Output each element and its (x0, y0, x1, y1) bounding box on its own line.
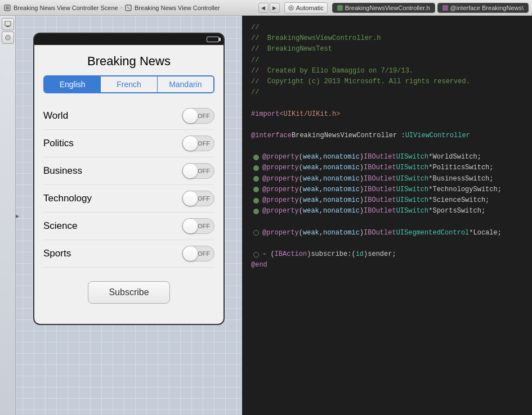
toggle-politics: Politics OFF (43, 130, 214, 157)
sidebar-item-1[interactable] (2, 18, 14, 30)
code-editor[interactable]: // // BreakingNewsViewController.h // Br… (242, 16, 532, 415)
code-text: @interface (251, 130, 292, 141)
switch-science[interactable]: OFF (182, 218, 214, 234)
code-text: id (356, 249, 364, 260)
gutter-dot-1 (253, 155, 259, 160)
breadcrumb-sep-1: › (120, 4, 122, 11)
code-text: ) (360, 184, 364, 195)
c-file-icon (442, 5, 448, 11)
switch-world[interactable]: OFF (182, 108, 214, 124)
code-text: @property (262, 152, 299, 163)
code-text: ( (299, 174, 303, 184)
label-world: World (43, 110, 68, 121)
code-text: UISwitch (396, 163, 429, 173)
breadcrumb-controller[interactable]: Breaking News View Controller (135, 4, 220, 11)
switch-technology[interactable]: OFF (182, 191, 214, 206)
code-text: ( (299, 228, 303, 238)
code-text: , (319, 195, 323, 206)
toggle-list: World OFF Politics OFF (34, 102, 223, 268)
editor-tab-bar: BreakingNewsViewController.h @interface … (332, 3, 529, 13)
code-text: IBOutlet (364, 206, 396, 216)
toolbar-right: ◀ ▶ Automatic BreakingNewsViewController… (258, 2, 529, 13)
code-line-20: @property ( weak , nonatomic ) IBOutlet … (251, 228, 523, 238)
code-text: nonatomic (323, 163, 360, 173)
tab-c[interactable]: @interface BreakingNews\ (437, 3, 529, 13)
code-text: ( (299, 163, 303, 173)
main-area: Breaking News English French Mandarin Wo… (0, 16, 532, 415)
switch-politics[interactable]: OFF (182, 136, 214, 151)
right-panel: // // BreakingNewsViewController.h // Br… (242, 16, 532, 415)
svg-line-3 (127, 7, 129, 9)
subscribe-area: Subscribe (34, 268, 223, 313)
gutter-dot-5 (253, 198, 259, 204)
code-text: *SportsSwitch; (428, 206, 485, 216)
code-text: ) (360, 152, 364, 163)
code-text: UISwitch (396, 184, 429, 195)
segmented-control[interactable]: English French Mandarin (43, 75, 214, 93)
phone-mockup: Breaking News English French Mandarin Wo… (33, 33, 225, 325)
code-line-23: @end (251, 260, 523, 270)
code-text: *Locale; (469, 228, 502, 238)
code-text: )sender; (364, 249, 396, 260)
code-text: - ( (262, 249, 275, 260)
switch-sports[interactable]: OFF (182, 246, 214, 261)
scheme-label: Automatic (296, 4, 324, 11)
code-text: BreakingNewsViewController : (292, 130, 405, 141)
switch-off-sports: OFF (198, 250, 210, 257)
switch-off-technology: OFF (198, 195, 210, 202)
switch-knob-technology (183, 191, 198, 206)
code-line-2: // BreakingNewsViewController.h (251, 33, 523, 44)
code-text: nonatomic (323, 195, 360, 206)
breadcrumb: Breaking News View Controller Scene › Br… (14, 4, 220, 12)
code-text: nonatomic (323, 152, 360, 163)
switch-off-business: OFF (198, 168, 210, 174)
code-text: , (319, 152, 323, 163)
toggle-science: Science OFF (43, 213, 214, 240)
gutter-dot-6 (253, 209, 259, 214)
code-line-10 (251, 120, 523, 130)
switch-business[interactable]: OFF (182, 163, 214, 179)
sidebar-item-2[interactable] (2, 31, 14, 44)
code-text: // Copyright (c) 2013 Microsoft. All rig… (251, 76, 470, 87)
code-text: @property (262, 184, 299, 195)
label-politics: Politics (43, 138, 74, 149)
code-text: weak (303, 152, 319, 163)
code-text: IBOutlet (364, 174, 396, 184)
code-line-12 (251, 141, 523, 152)
label-science: Science (43, 220, 77, 232)
code-text: // (251, 22, 259, 33)
seg-english[interactable]: English (44, 76, 101, 92)
battery-icon (207, 37, 219, 42)
code-text: IBAction (275, 249, 307, 260)
code-text: weak (303, 206, 319, 216)
code-text: IBOutlet (364, 195, 396, 206)
scheme-selector[interactable]: Automatic (284, 2, 328, 13)
status-bar (34, 34, 223, 45)
code-line-21 (251, 238, 523, 249)
breadcrumb-scene[interactable]: Breaking News View Controller Scene (14, 4, 118, 11)
code-text: , (319, 228, 323, 238)
gutter-dot-2 (253, 165, 259, 171)
code-text: // (251, 87, 259, 98)
code-text: ( (299, 206, 303, 216)
code-line-5: // Created by Elio Damaggio on 7/19/13. (251, 66, 523, 76)
code-text: , (319, 163, 323, 173)
seg-french[interactable]: French (101, 76, 157, 92)
code-line-14: @property ( weak , nonatomic ) IBOutlet … (251, 163, 523, 173)
left-panel: Breaking News English French Mandarin Wo… (0, 16, 242, 415)
toggle-technology: Technology OFF (43, 185, 214, 213)
switch-off-politics: OFF (198, 140, 210, 147)
code-text: ) (360, 163, 364, 173)
code-text: nonatomic (323, 174, 360, 184)
gutter-dot-8 (253, 252, 259, 258)
code-line-3: // BreakingNewsTest (251, 44, 523, 55)
subscribe-button[interactable]: Subscribe (88, 281, 169, 304)
code-text: *ScienceSwitch; (428, 195, 489, 206)
left-sidebar (0, 16, 16, 415)
tab-h[interactable]: BreakingNewsViewController.h (332, 3, 435, 13)
nav-forward-btn[interactable]: ▶ (270, 3, 280, 13)
nav-back-btn[interactable]: ◀ (258, 3, 269, 13)
nav-buttons: ◀ ▶ (258, 3, 280, 13)
code-line-6: // Copyright (c) 2013 Microsoft. All rig… (251, 76, 523, 87)
seg-mandarin[interactable]: Mandarin (158, 76, 213, 92)
